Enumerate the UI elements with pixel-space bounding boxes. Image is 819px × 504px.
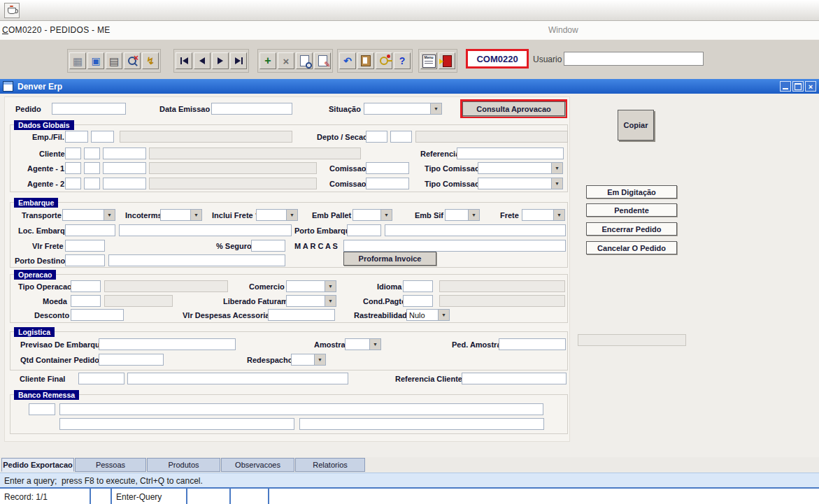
tab-relatorios[interactable]: Relatorios (295, 458, 365, 472)
agente2-code3-input[interactable] (103, 178, 146, 189)
marcas-input[interactable] (343, 240, 566, 252)
banco-remessa-desc-input[interactable] (59, 403, 543, 415)
cliente-code1-input[interactable] (65, 147, 81, 159)
mdi-window-icon[interactable] (3, 81, 13, 92)
porto-destino-desc-input[interactable] (108, 254, 285, 266)
cliente-code2-input[interactable] (84, 147, 100, 159)
cancel-query-button[interactable]: × (124, 52, 141, 69)
minimize-button[interactable] (780, 81, 791, 92)
situacao-select[interactable]: ▼ (364, 103, 442, 115)
agente2-code1-input[interactable] (65, 178, 81, 189)
cliente-final-input[interactable] (78, 373, 124, 384)
porto-destino-input[interactable] (65, 254, 105, 266)
clipboard-button[interactable] (357, 52, 374, 69)
maximize-button[interactable] (792, 81, 804, 92)
moeda-input[interactable] (71, 295, 101, 307)
display-button[interactable]: ▣ (87, 52, 104, 69)
comercio-label: Comercio (249, 282, 285, 291)
previsao-embarque-input[interactable] (99, 338, 236, 350)
vlr-frete-input[interactable] (65, 240, 105, 252)
frete-select[interactable]: ▼ (522, 209, 565, 221)
liberado-faturam-select[interactable]: ▼ (286, 295, 336, 307)
keys-button[interactable] (376, 52, 392, 69)
banco-remessa-field2-input[interactable] (299, 418, 544, 430)
comercio-select[interactable]: ▼ (286, 280, 336, 292)
cliente-final-desc-input[interactable] (127, 373, 348, 384)
close-button[interactable]: × (805, 81, 816, 92)
desconto-input[interactable] (71, 309, 124, 321)
rastreabilidade-select[interactable]: Nulo ▼ (406, 309, 450, 321)
exit-button[interactable] (439, 52, 455, 69)
menu-button[interactable]: Menu (420, 52, 437, 69)
porto-embarque-input[interactable] (347, 224, 381, 236)
pedido-input[interactable] (52, 103, 126, 115)
cond-pagto-input[interactable] (403, 295, 433, 307)
qtd-container-input[interactable] (99, 354, 164, 366)
vlr-despesas-input[interactable] (268, 309, 335, 321)
tab-produtos[interactable]: Produtos (147, 458, 220, 472)
tipo-comissao1-select[interactable]: ▼ (478, 162, 563, 174)
consulta-aprovacao-button[interactable]: Consulta Aprovacao (462, 101, 565, 116)
tipo-operacao-input[interactable] (71, 280, 101, 292)
tab-pessoas[interactable]: Pessoas (75, 458, 146, 472)
emp-input[interactable] (65, 131, 88, 143)
copiar-button[interactable]: Copiar (618, 110, 654, 141)
loc-embarq-desc-input[interactable] (119, 224, 292, 236)
seguro-input[interactable] (251, 240, 285, 252)
next-record-button[interactable] (212, 52, 229, 69)
section-operacao: Operacao Tipo Operacao Comercio ▼ Idioma… (10, 274, 568, 323)
idioma-input[interactable] (403, 280, 433, 292)
agente1-code1-input[interactable] (65, 162, 81, 174)
fil-input[interactable] (91, 131, 114, 143)
previous-record-button[interactable] (194, 52, 211, 69)
emb-pallet-label: Emb Pallet (312, 211, 351, 219)
depto-input[interactable] (366, 131, 387, 143)
comissao1-input[interactable] (366, 162, 409, 174)
banco-remessa-code-input[interactable] (29, 403, 55, 415)
proforma-invoice-button[interactable]: Proforma Invoice (343, 252, 436, 266)
encerrar-pedido-button[interactable]: Encerrar Pedido (586, 222, 677, 236)
tab-observacoes[interactable]: Observacoes (221, 458, 294, 472)
enter-query-button[interactable] (296, 52, 313, 69)
amostra-select[interactable]: ▼ (345, 338, 381, 350)
tab-pedido-exportacao[interactable]: Pedido Exportacao (1, 458, 74, 472)
delete-record-button[interactable]: × (278, 52, 294, 69)
loc-embarq-input[interactable] (65, 224, 115, 236)
cliente-code3-input[interactable] (103, 147, 146, 159)
agente1-code3-input[interactable] (103, 162, 146, 174)
transporte-select[interactable]: ▼ (62, 209, 115, 221)
referencia-input[interactable] (457, 147, 564, 159)
last-record-button[interactable] (230, 52, 247, 69)
pendente-button[interactable]: Pendente (586, 203, 677, 217)
emb-pallet-select[interactable]: ▼ (352, 209, 392, 221)
system-menu-button[interactable] (4, 3, 20, 18)
inclui-frete-select[interactable]: ▼ (256, 209, 298, 221)
first-record-button[interactable] (176, 52, 192, 69)
help-button[interactable]: ? (394, 52, 411, 69)
data-emissao-input[interactable] (211, 103, 292, 115)
agente2-code2-input[interactable] (84, 178, 100, 189)
execute-query-button[interactable]: ↯ (142, 52, 159, 69)
save-button[interactable]: ▦ (69, 52, 86, 69)
insert-record-button[interactable]: + (259, 52, 276, 69)
emb-sif-select[interactable]: ▼ (445, 209, 480, 221)
em-digitacao-button[interactable]: Em Digitação (586, 185, 677, 199)
secao-input[interactable] (390, 131, 412, 143)
porto-embarque-desc-input[interactable] (385, 224, 566, 236)
referencia-cliente-input[interactable] (462, 373, 567, 384)
menu-form-title[interactable]: COM0220 - PEDIDOS - ME (2, 25, 111, 35)
agente1-code2-input[interactable] (84, 162, 100, 174)
cancelar-pedido-button[interactable]: Cancelar O Pedido (586, 241, 677, 254)
print-button[interactable]: ▤ (106, 52, 122, 69)
tipo-comissao2-select[interactable]: ▼ (478, 178, 563, 189)
redespacho-select[interactable]: ▼ (291, 354, 326, 366)
comissao2-input[interactable] (366, 178, 409, 189)
banco-remessa-field1-input[interactable] (59, 418, 294, 430)
usuario-input[interactable] (564, 52, 704, 66)
edit-record-button[interactable]: ✎ (314, 52, 331, 69)
menu-window[interactable]: Window (548, 25, 578, 35)
incoterms-select[interactable]: ▼ (160, 209, 202, 221)
undo-button[interactable]: ↶ (339, 52, 356, 69)
ped-amostra-input[interactable] (499, 338, 566, 350)
menubar: COM0220 - PEDIDOS - ME Window (0, 21, 819, 39)
